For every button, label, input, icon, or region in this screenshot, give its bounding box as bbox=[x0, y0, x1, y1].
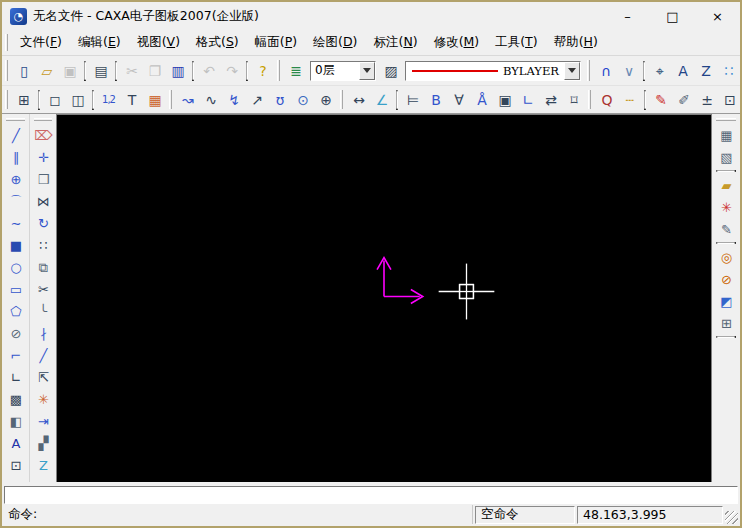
toolbar-grip[interactable] bbox=[716, 118, 736, 121]
dynamic-pan-button[interactable]: ⌖ bbox=[648, 59, 671, 82]
paste-button[interactable]: ▥ bbox=[166, 59, 189, 82]
toolbar-grip[interactable] bbox=[169, 90, 172, 109]
coordinate-axes-button[interactable]: ∟ bbox=[5, 366, 27, 388]
menu-format[interactable]: 格式(S) bbox=[188, 30, 247, 55]
drawing-canvas[interactable] bbox=[56, 114, 712, 482]
hole-axis-button[interactable]: ⊘ bbox=[5, 322, 27, 344]
menu-tools[interactable]: 工具(T) bbox=[487, 30, 545, 55]
line-button[interactable]: ╱ bbox=[5, 124, 27, 146]
guide-settings-button[interactable]: ∨ bbox=[617, 59, 640, 82]
command-prompt[interactable]: 命令: bbox=[4, 505, 473, 524]
zoom-inout-button[interactable]: ± bbox=[695, 88, 718, 111]
linear-dim-button[interactable]: ↔ bbox=[347, 88, 370, 111]
trim-button[interactable]: ✂ bbox=[32, 278, 54, 300]
layers-button[interactable]: ≣ bbox=[284, 59, 307, 82]
view-3d-button[interactable]: ▧ bbox=[715, 146, 737, 168]
align-button[interactable]: ⇥ bbox=[32, 410, 54, 432]
toolbar-grip[interactable] bbox=[5, 60, 8, 80]
arc-button[interactable]: ⌒ bbox=[5, 190, 27, 212]
roughness-button[interactable]: Å bbox=[470, 88, 493, 111]
brush-tool-button[interactable]: ✎ bbox=[715, 218, 737, 240]
toolbar-grip[interactable] bbox=[277, 60, 280, 80]
toolbar-grip[interactable] bbox=[5, 90, 8, 109]
cloud-line-button[interactable]: ʊ bbox=[268, 88, 291, 111]
help-button[interactable]: ? bbox=[251, 59, 274, 82]
layer-combo[interactable]: 0层 bbox=[310, 61, 376, 81]
new-file-button[interactable]: ▯ bbox=[12, 59, 35, 82]
zoom-window-button[interactable]: ⊡ bbox=[718, 88, 741, 111]
undo-button[interactable]: ↶ bbox=[197, 59, 220, 82]
ellipse-button[interactable]: ○ bbox=[5, 256, 27, 278]
menu-draw[interactable]: 绘图(D) bbox=[305, 30, 365, 55]
section-view-button[interactable]: ◩ bbox=[715, 290, 737, 312]
rotate-button[interactable]: ↻ bbox=[32, 212, 54, 234]
move-button[interactable]: ✛ bbox=[32, 146, 54, 168]
rectangle-button[interactable]: ▭ bbox=[5, 278, 27, 300]
fit-window-button[interactable]: ⊞ bbox=[12, 88, 35, 111]
print-button[interactable]: ▤ bbox=[89, 59, 112, 82]
menu-sheet[interactable]: 幅面(P) bbox=[247, 30, 305, 55]
snap-settings-button[interactable]: ∩ bbox=[594, 59, 617, 82]
dynamic-zoom-button[interactable]: Z bbox=[694, 59, 717, 82]
minimize-button[interactable]: – bbox=[605, 3, 650, 30]
command-input[interactable] bbox=[4, 486, 738, 504]
toolbar-grip[interactable] bbox=[588, 90, 591, 109]
color-combo[interactable]: BYLAYER bbox=[405, 61, 581, 81]
boxed-text-button[interactable]: ▣ bbox=[493, 88, 516, 111]
offset-button[interactable]: ⧉ bbox=[32, 256, 54, 278]
text-edit-button[interactable]: ⇄ bbox=[539, 88, 562, 111]
menu-dimension[interactable]: 标注(N) bbox=[365, 30, 425, 55]
stretch-button[interactable]: ⇱ bbox=[32, 366, 54, 388]
sketch-button[interactable]: ✎ bbox=[649, 88, 672, 111]
polygon-button[interactable]: ⬠ bbox=[5, 300, 27, 322]
toolbar-grip[interactable] bbox=[340, 90, 343, 109]
toolbar-grip[interactable] bbox=[587, 60, 590, 80]
circle-mark-button[interactable]: ⊙ bbox=[291, 88, 314, 111]
coordinate-dim-button[interactable]: ∠ bbox=[370, 88, 393, 111]
cut-button[interactable]: ✂ bbox=[120, 59, 143, 82]
erase-button[interactable]: ⌦ bbox=[32, 124, 54, 146]
spline-button[interactable]: ∼ bbox=[5, 212, 27, 234]
open-file-button[interactable]: ▱ bbox=[35, 59, 58, 82]
clamp-tool-button[interactable]: ◎ bbox=[715, 246, 737, 268]
arrow-button[interactable]: ↗ bbox=[245, 88, 268, 111]
menu-modify[interactable]: 修改(M) bbox=[426, 30, 488, 55]
tolerance-button[interactable]: ∀ bbox=[447, 88, 470, 111]
fillet-button[interactable]: ╰ bbox=[32, 300, 54, 322]
block-insert-button[interactable]: ▞ bbox=[32, 432, 54, 454]
dim-style-button[interactable]: 1,2 bbox=[97, 88, 120, 111]
mirror-button[interactable]: ⋈ bbox=[32, 190, 54, 212]
detail-view-button[interactable]: ⌑ bbox=[562, 88, 585, 111]
leader-line-button[interactable]: ↝ bbox=[176, 88, 199, 111]
render-clean-button[interactable]: ✐ bbox=[672, 88, 695, 111]
zoom-text-button[interactable]: A bbox=[671, 59, 694, 82]
title-block-button[interactable]: ◫ bbox=[66, 88, 89, 111]
redo-button[interactable]: ↷ bbox=[220, 59, 243, 82]
render-tool-button[interactable]: ✳ bbox=[715, 196, 737, 218]
leader-note-button[interactable]: ∟ bbox=[516, 88, 539, 111]
linetype-button[interactable]: ▨ bbox=[379, 59, 402, 82]
fill-button[interactable]: ■ bbox=[5, 234, 27, 256]
copy-block-button[interactable]: ❒ bbox=[32, 168, 54, 190]
view-edit-button[interactable]: Q bbox=[595, 88, 618, 111]
menu-file[interactable]: 文件(F) bbox=[12, 30, 70, 55]
display-frame-button[interactable]: ◻ bbox=[43, 88, 66, 111]
baseline-dim-button[interactable]: B bbox=[424, 88, 447, 111]
block-tool-button[interactable]: ▰ bbox=[715, 174, 737, 196]
menu-grip[interactable] bbox=[5, 34, 8, 52]
array-button[interactable]: ∷ bbox=[32, 234, 54, 256]
measure-button[interactable]: ┄ bbox=[618, 88, 641, 111]
close-button[interactable]: × bbox=[695, 3, 740, 30]
toolbar-grip[interactable] bbox=[34, 118, 52, 121]
circle-button[interactable]: ⊕ bbox=[5, 168, 27, 190]
zigzag-line-button[interactable]: ↯ bbox=[222, 88, 245, 111]
hide-entity-button[interactable]: ⊘ bbox=[715, 268, 737, 290]
wave-line-button[interactable]: ∿ bbox=[199, 88, 222, 111]
parallel-line-button[interactable]: ∥ bbox=[5, 146, 27, 168]
copy-button[interactable]: ❐ bbox=[143, 59, 166, 82]
tile-windows-button[interactable]: ▦ bbox=[715, 124, 737, 146]
maximize-button[interactable]: □ bbox=[650, 3, 695, 30]
save-file-button[interactable]: ▣ bbox=[58, 59, 81, 82]
hatch-button[interactable]: ▩ bbox=[5, 388, 27, 410]
resize-grip[interactable] bbox=[725, 511, 738, 524]
